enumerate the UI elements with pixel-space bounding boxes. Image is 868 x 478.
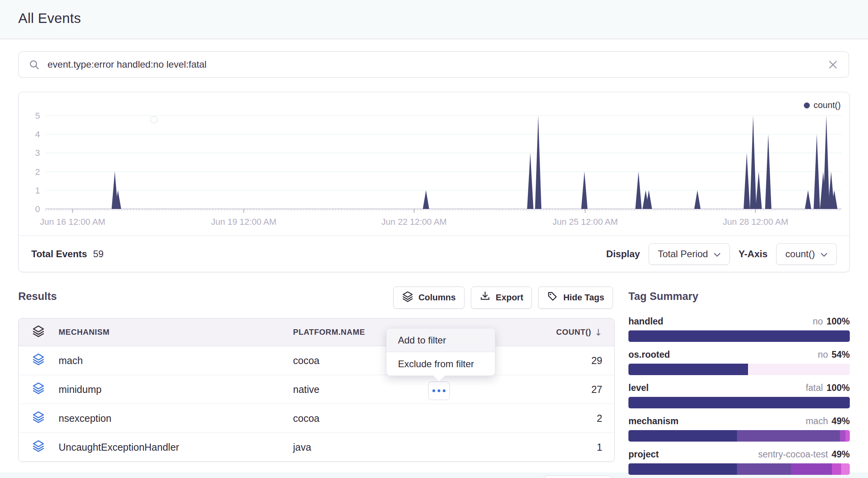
tag-percent: 49% xyxy=(832,416,850,427)
total-events-label: Total Events xyxy=(31,248,87,260)
count-header-label: COUNT() xyxy=(556,328,592,337)
svg-text:5: 5 xyxy=(35,111,40,121)
display-value: Total Period xyxy=(658,248,708,260)
cell-platform[interactable]: java xyxy=(293,433,519,461)
tag-top-value: mach xyxy=(806,416,828,427)
download-icon xyxy=(480,291,491,304)
tag-name[interactable]: os.rooted xyxy=(628,349,670,360)
tag-name[interactable]: project xyxy=(628,449,659,460)
events-chart-panel: 012345Jun 16 12:00 AMJun 19 12:00 AMJun … xyxy=(18,92,850,272)
y-axis-label: Y-Axis xyxy=(739,248,767,260)
svg-text:4: 4 xyxy=(35,129,40,139)
tag-entry: levelfatal100% xyxy=(628,383,850,408)
svg-text:2: 2 xyxy=(35,167,40,177)
tag-percent: 54% xyxy=(832,349,850,360)
hide-tags-button-label: Hide Tags xyxy=(563,292,604,303)
table-row[interactable]: UncaughtExceptionHandler java 1 xyxy=(19,432,614,461)
stack-icon xyxy=(32,440,45,455)
search-input[interactable] xyxy=(47,59,820,70)
svg-text:Jun 16 12:00 AM: Jun 16 12:00 AM xyxy=(40,217,105,227)
tag-top-value: sentry-cocoa-test xyxy=(758,449,828,460)
table-actions: Columns Export Hide Tags xyxy=(393,286,613,309)
cell-count[interactable]: 27 xyxy=(519,375,614,404)
total-events-value: 59 xyxy=(93,248,104,260)
cell-count[interactable]: 2 xyxy=(519,404,614,432)
table-row[interactable]: mach cocoa 29 xyxy=(19,346,614,375)
sort-desc-icon: ↓ xyxy=(594,327,602,338)
tag-summary: Tag Summary handledno100%os.rootedno54%l… xyxy=(628,290,850,478)
columns-button[interactable]: Columns xyxy=(393,286,464,309)
menu-item-add-to-filter[interactable]: Add to filter xyxy=(386,328,495,352)
clear-search-icon[interactable] xyxy=(828,59,838,70)
chart-footer: Total Events 59 Display Total Period Y-A… xyxy=(19,235,849,272)
columns-button-label: Columns xyxy=(419,292,456,303)
legend-label: count() xyxy=(814,100,841,110)
tag-entry: handledno100% xyxy=(628,316,850,342)
tag-name[interactable]: handled xyxy=(628,316,663,327)
cell-actions-menu: Add to filterExclude from filter xyxy=(386,328,495,376)
svg-text:Jun 22 12:00 AM: Jun 22 12:00 AM xyxy=(381,217,447,227)
tag-name[interactable]: level xyxy=(628,383,649,393)
tag-entry: projectsentry-cocoa-test49% xyxy=(628,449,850,475)
tag-entry: os.rootedno54% xyxy=(628,349,850,375)
tag-bar[interactable] xyxy=(628,397,850,408)
svg-text:3: 3 xyxy=(35,148,40,158)
tag-percent: 100% xyxy=(826,316,850,327)
cell-platform[interactable]: native xyxy=(293,375,519,404)
tag-top-value: fatal xyxy=(806,383,823,393)
cell-mechanism[interactable]: minidump xyxy=(59,375,293,404)
tag-percent: 49% xyxy=(832,449,850,460)
results-table: MECHANISM PLATFORM.NAME COUNT() ↓ mach c… xyxy=(18,318,615,462)
tag-bar[interactable] xyxy=(628,330,850,342)
cell-count[interactable]: 1 xyxy=(519,433,614,461)
cell-count[interactable]: 29 xyxy=(519,346,614,375)
cell-mechanism[interactable]: nsexception xyxy=(59,404,293,432)
tag-percent: 100% xyxy=(826,383,850,393)
stack-icon xyxy=(32,411,45,426)
stack-icon xyxy=(32,382,45,397)
stack-icon xyxy=(32,325,45,340)
tag-name[interactable]: mechanism xyxy=(628,416,679,427)
page-header: All Events xyxy=(0,0,868,39)
search-icon xyxy=(29,59,40,70)
tag-top-value: no xyxy=(813,316,823,327)
cell-actions-button[interactable] xyxy=(428,381,450,400)
header-icon-cell xyxy=(19,319,59,346)
cell-platform[interactable]: cocoa xyxy=(293,404,519,432)
export-button[interactable]: Export xyxy=(471,286,532,309)
legend-dot-icon xyxy=(804,102,810,108)
ellipsis-dot xyxy=(438,389,440,392)
chevron-down-icon xyxy=(714,248,721,260)
tag-entry: mechanismmach49% xyxy=(628,416,850,442)
column-header-mechanism[interactable]: MECHANISM xyxy=(59,319,293,346)
cell-mechanism[interactable]: UncaughtExceptionHandler xyxy=(59,433,293,461)
table-row[interactable]: minidump native 27 xyxy=(19,375,614,404)
hide-tags-button[interactable]: Hide Tags xyxy=(538,286,613,309)
cell-mechanism[interactable]: mach xyxy=(59,346,293,375)
tag-icon xyxy=(547,291,558,304)
pagination-partial[interactable] xyxy=(544,476,613,478)
results-heading: Results xyxy=(18,290,57,303)
page: All Events 012345Jun 16 12:00 AMJun 19 1… xyxy=(0,0,868,478)
table-row[interactable]: nsexception cocoa 2 xyxy=(19,404,614,432)
tag-bar[interactable] xyxy=(628,463,850,475)
events-chart: 012345Jun 16 12:00 AMJun 19 12:00 AMJun … xyxy=(19,92,849,235)
search-bar[interactable] xyxy=(18,51,849,78)
display-dropdown[interactable]: Total Period xyxy=(649,243,730,265)
tag-bar[interactable] xyxy=(628,430,850,442)
tag-list: handledno100%os.rootedno54%levelfatal100… xyxy=(628,316,850,475)
chart-controls: Display Total Period Y-Axis count() xyxy=(606,243,837,265)
tag-summary-heading: Tag Summary xyxy=(628,290,850,303)
stack-icon xyxy=(402,291,413,305)
display-label: Display xyxy=(606,248,640,260)
ellipsis-dot xyxy=(443,389,445,392)
svg-text:Jun 19 12:00 AM: Jun 19 12:00 AM xyxy=(211,217,276,227)
y-axis-dropdown[interactable]: count() xyxy=(776,243,837,265)
ellipsis-dot xyxy=(432,389,435,392)
chart-legend[interactable]: count() xyxy=(804,100,841,110)
table-header: MECHANISM PLATFORM.NAME COUNT() ↓ xyxy=(19,319,614,346)
column-header-count[interactable]: COUNT() ↓ xyxy=(519,319,614,346)
tag-top-value: no xyxy=(818,349,828,360)
tag-bar[interactable] xyxy=(628,364,850,375)
svg-text:0: 0 xyxy=(35,204,40,214)
